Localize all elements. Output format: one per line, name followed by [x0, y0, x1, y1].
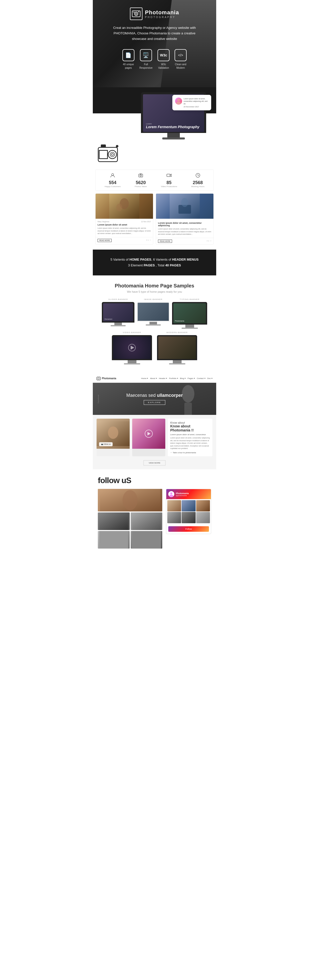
preview-about-text: Lorem ipsum dolor sit amet, consectetur … [170, 437, 210, 450]
svg-rect-22 [97, 377, 100, 380]
svg-rect-32 [132, 512, 161, 530]
nav-contact[interactable]: Contact ▾ [197, 377, 205, 380]
logo-icon [130, 8, 142, 20]
svg-rect-31 [99, 512, 128, 530]
preview-logo: Photomania [97, 377, 116, 380]
blog-card-1-readmore[interactable]: READ MORE [97, 239, 111, 242]
blog-card-2-readmore[interactable]: READ MORE [158, 240, 172, 243]
dark-banner: 5 Varients of HOME PAGES, 6 Varients of … [93, 250, 216, 275]
follow-grid-item-1 [98, 512, 130, 530]
instagram-header: Photomania @photomania [166, 489, 211, 499]
preview-video-img [132, 418, 165, 449]
stat-hours-number: 2568 [191, 180, 204, 185]
svg-point-2 [135, 13, 137, 14]
blog-card-1-date: 12 Nov 2017 [141, 221, 151, 223]
brand-tagline: PHOTOGRAPHY [145, 16, 179, 19]
stat-video-label: Video Productions [161, 185, 177, 188]
customers-icon [105, 173, 121, 179]
content-section: 554 Happy Customers 5620 Photos Taken 85… [93, 140, 216, 245]
monitor-wrapper: Lorem Lorem Fermentum Photography Lorem … [98, 92, 211, 140]
banner-text-2: , 6 Varients of [151, 258, 172, 261]
banner-bold-3: PAGES [144, 263, 155, 267]
sample-image-label: IMAGE-BANNER [137, 298, 170, 301]
preview-hero-title: Maecenas sed ullamcorper [98, 393, 211, 398]
svg-point-18 [116, 204, 123, 211]
nav-portfolio[interactable]: Portfolio ▾ [169, 377, 178, 380]
preview-hero: Maecenas sed ullamcorper EXPLORE Faceboo… [93, 383, 216, 415]
feed-item-5 [182, 512, 195, 523]
sample-image-monitor [137, 302, 170, 321]
like2-icon: f [207, 240, 207, 242]
sample-slider-label: SLIDER-BANNER [102, 298, 134, 301]
svg-line-15 [198, 175, 199, 176]
follow-title-area: follow uS [98, 477, 211, 484]
svg-point-10 [140, 175, 142, 177]
svg-point-28 [108, 426, 118, 439]
w3c-icon: W3c [158, 49, 170, 61]
follow-grid-item-3 [98, 531, 130, 549]
logo-area: Photomania PHOTOGRAPHY [98, 8, 211, 20]
camera-lens-inner [110, 152, 115, 157]
instagram-name: Photomania [176, 492, 189, 495]
preview-hero-text: Maecenas sed [126, 393, 157, 398]
stat-video-number: 85 [161, 180, 177, 185]
banner-text-1: 5 Varients of [110, 258, 129, 261]
nav-header[interactable]: Header ▾ [159, 377, 167, 380]
instagram-follow-btn[interactable]: Follow [168, 526, 209, 532]
monitor-screen-text: Lorem Lorem Fermentum Photography [146, 123, 199, 129]
blog-card-2-title: Lorem ipsum dolor sit amet, consectetur … [158, 222, 212, 227]
follow-overlay: 📷 follow us [99, 442, 113, 446]
preview-card-about: Know about Know about Photomania !! Lore… [168, 418, 212, 456]
instagram-avatar [168, 491, 174, 497]
svg-rect-33 [99, 531, 128, 549]
sample-slider: SLIDER-BANNER Fermentum [102, 298, 134, 329]
chat-text-content: Lorem ipsum dolor sit amet, consectetur … [183, 97, 209, 107]
nav-about[interactable]: About ▾ [150, 377, 157, 380]
stat-hours-label: Working Hours [191, 185, 204, 188]
sample-typing-screen: Photomania [173, 303, 206, 323]
logo-text: Photomania PHOTOGRAPHY [145, 9, 179, 19]
preview-about-title: Know about Photomania !! [170, 424, 210, 433]
sample-video-screen [113, 336, 151, 359]
play-icon [128, 344, 136, 352]
nav-pages[interactable]: Pages ▾ [188, 377, 195, 380]
banner-text-3: 3 Element [128, 263, 143, 267]
nav-doc[interactable]: Doc ▾ [207, 377, 212, 380]
chat-bubble: Lorem ipsum dolor sit amet, consectetur … [172, 95, 211, 110]
camera-outline [98, 145, 120, 162]
preview-about-label: Know about [170, 421, 210, 424]
sample-modern-screen [158, 336, 196, 359]
feature-responsive: 🖥️ FullResponsive [139, 49, 153, 70]
view-more-btn[interactable]: VIEW MORE [143, 460, 166, 466]
svg-rect-12 [167, 174, 170, 177]
svg-rect-3 [133, 12, 134, 13]
monitor-screen-brand: Lorem Fermentum Photography [146, 125, 199, 129]
preview-hero-bold: ullamcorper [157, 393, 183, 398]
stats-section: 554 Happy Customers 5620 Photos Taken 85… [95, 170, 214, 191]
preview-explore-btn[interactable]: EXPLORE [144, 400, 165, 405]
heart2-icon: ♡ [210, 240, 212, 242]
stat-hours: 2568 Working Hours [191, 173, 204, 188]
stat-customers-label: Happy Customers [105, 185, 121, 188]
feature-unique-pages: 📄 40 uniquepages [123, 49, 134, 70]
follow-content: Photomania @photomania Follow [98, 489, 211, 549]
preview-about-link[interactable]: ← Take a tour to photomania [170, 452, 210, 454]
preview-logo-text: Photomania [102, 377, 116, 380]
stat-video: 85 Video Productions [161, 173, 177, 188]
blog-card-2-text: Lorem ipsum dolor sit amet, consectetur … [158, 228, 212, 236]
pages-icon: 📄 [123, 49, 134, 61]
samples-subtitle: We have 5 type of home pages ready for y… [97, 290, 212, 293]
blog-card-1-title: Lorem ipsum dolor sit amet [97, 223, 151, 226]
svg-rect-34 [132, 531, 161, 549]
blog-card-1-body: Mary Varghese 12 Nov 2017 Lorem ipsum do… [96, 219, 153, 237]
nav-home[interactable]: Home ▾ [141, 377, 148, 380]
nav-blog[interactable]: Blog ▾ [180, 377, 186, 380]
sample-image-screen [138, 303, 169, 321]
video-play-icon[interactable] [145, 430, 153, 438]
banner-line1: 5 Varients of HOME PAGES, 6 Varients of … [98, 256, 211, 262]
hours-icon [191, 173, 204, 179]
banner-line2: 3 Element PAGES , Total 40 PAGES [98, 262, 211, 268]
feature-label-2: FullResponsive [139, 63, 153, 70]
blog-card-1-image [96, 194, 153, 219]
instagram-follow-area: Follow [166, 524, 211, 534]
